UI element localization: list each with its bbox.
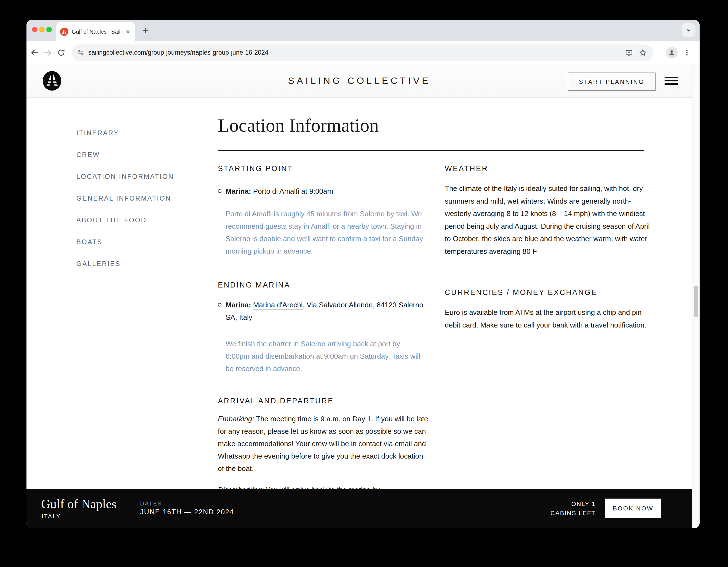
- tab-title: Gulf of Naples | Sailing Collec: [72, 29, 125, 35]
- new-tab-button[interactable]: [140, 25, 151, 36]
- marina-time: at 9:00am: [299, 187, 333, 195]
- arrival-departure-heading: ARRIVAL AND DEPARTURE: [218, 397, 429, 405]
- hamburger-menu-icon[interactable]: [665, 77, 678, 85]
- tab-strip: Gulf of Naples | Sailing Collec: [26, 20, 700, 41]
- sidebar-item-general-information[interactable]: GENERAL INFORMATION: [76, 194, 174, 202]
- marina-label: Marina:: [226, 187, 251, 195]
- ending-marina-note: We finish the charter in Salerno arrivin…: [226, 338, 424, 375]
- page-title: Location Information: [218, 115, 652, 136]
- hamburger-bar: [665, 83, 678, 85]
- plus-icon: [141, 26, 150, 35]
- browser-window: Gulf of Naples | Sailing Collec: [26, 20, 700, 528]
- desktop: Gulf of Naples | Sailing Collec: [0, 0, 728, 567]
- sidebar-item-galleries[interactable]: GALLERIES: [76, 260, 174, 267]
- disembarking-label: Disembarking:: [218, 486, 264, 489]
- close-window-button[interactable]: [32, 27, 38, 32]
- arrow-left-icon: [30, 48, 39, 57]
- currencies-heading: CURRENCIES / MONEY EXCHANGE: [445, 288, 652, 297]
- sidebar-item-itinerary[interactable]: ITINERARY: [76, 129, 174, 137]
- back-button[interactable]: [29, 47, 40, 58]
- disembarking-paragraph-clipped: Disembarking: You will arrive back to th…: [218, 484, 429, 489]
- open-circle-bullet-icon: [218, 189, 221, 193]
- disembarking-text: You will arrive back to the marina by: [264, 486, 380, 489]
- star-icon: [639, 49, 647, 57]
- browser-tab[interactable]: Gulf of Naples | Sailing Collec: [56, 22, 135, 41]
- dates-value: JUNE 16TH — 22ND 2024: [140, 508, 234, 516]
- sidebar-item-crew[interactable]: CREW: [76, 151, 174, 159]
- tab-search-button[interactable]: [682, 23, 695, 37]
- dates-label: DATES: [140, 501, 162, 507]
- trip-location: ITALY: [42, 513, 61, 520]
- minimize-window-button[interactable]: [39, 27, 45, 32]
- embarking-label: Embarking:: [218, 415, 254, 423]
- address-bar[interactable]: sailingcollective.com/group-journeys/nap…: [72, 44, 653, 61]
- browser-menu-button[interactable]: [681, 47, 692, 58]
- install-icon: [625, 49, 633, 57]
- sidebar-item-about-the-food[interactable]: ABOUT THE FOOD: [76, 216, 174, 224]
- scrollbar-track[interactable]: [692, 64, 700, 528]
- site-settings-icon[interactable]: [77, 49, 84, 56]
- starting-point-heading: STARTING POINT: [218, 164, 429, 173]
- bookmark-button[interactable]: [638, 48, 648, 58]
- ending-marina-link[interactable]: Marina d'Arechi: [253, 301, 303, 310]
- starting-marina-link[interactable]: Porto di Amalfi: [253, 187, 299, 196]
- brand-wordmark[interactable]: SAILING COLLECTIVE: [288, 75, 430, 86]
- left-column: STARTING POINT Marina: Porto di Amalfi a…: [218, 164, 429, 489]
- web-page: SAILING COLLECTIVE START PLANNING ITINER…: [26, 64, 692, 528]
- embarking-text: The meeting time is 9 a.m. on Day 1. If …: [218, 415, 428, 473]
- tab-close-icon[interactable]: [125, 28, 131, 35]
- site-header: SAILING COLLECTIVE START PLANNING: [26, 64, 692, 98]
- install-app-button[interactable]: [624, 48, 634, 58]
- open-circle-bullet-icon: [218, 303, 221, 307]
- browser-toolbar: sailingcollective.com/group-journeys/nap…: [26, 41, 700, 64]
- title-divider: [218, 150, 644, 151]
- marina-label: Marina:: [226, 301, 251, 309]
- weather-heading: WEATHER: [445, 164, 652, 173]
- sailing-collective-logo-icon[interactable]: [43, 71, 61, 91]
- book-now-button[interactable]: BOOK NOW: [605, 499, 661, 518]
- currencies-paragraph: Euro is available from ATMs at the airpo…: [445, 306, 652, 332]
- ending-marina-heading: ENDING MARINA: [218, 281, 429, 289]
- reload-button[interactable]: [56, 47, 67, 58]
- kebab-menu-icon: [683, 49, 690, 56]
- start-planning-button[interactable]: START PLANNING: [568, 73, 655, 91]
- section-nav: ITINERARY CREW LOCATION INFORMATION GENE…: [76, 129, 174, 282]
- right-column: WEATHER The climate of the Italy is idea…: [445, 164, 652, 489]
- scrollbar-thumb[interactable]: [694, 286, 698, 317]
- trip-title: Gulf of Naples: [41, 497, 116, 511]
- weather-paragraph: The climate of the Italy is ideally suit…: [445, 182, 652, 258]
- cabins-left-line1: ONLY 1: [550, 499, 596, 509]
- hamburger-bar: [665, 77, 678, 78]
- starting-point-note: Porto di Amalfi is roughly 45 minutes fr…: [226, 208, 424, 257]
- reload-icon: [57, 48, 66, 57]
- cabins-left-line2: CABINS LEFT: [550, 509, 596, 518]
- starting-marina-item: Marina: Porto di Amalfi at 9:00am: [218, 185, 429, 197]
- main-article: Location Information STARTING POINT Mari…: [218, 115, 652, 489]
- url-text[interactable]: sailingcollective.com/group-journeys/nap…: [88, 49, 620, 56]
- sidebar-item-location-information[interactable]: LOCATION INFORMATION: [76, 173, 174, 180]
- person-icon: [668, 49, 676, 57]
- sidebar-item-boats[interactable]: BOATS: [76, 238, 174, 246]
- maximize-window-button[interactable]: [46, 27, 52, 32]
- page-content: ITINERARY CREW LOCATION INFORMATION GENE…: [26, 98, 692, 489]
- hamburger-bar: [665, 80, 678, 81]
- arrow-right-icon: [44, 48, 52, 57]
- favicon-sail-icon: [60, 28, 68, 36]
- booking-footer: Gulf of Naples ITALY DATES JUNE 16TH — 2…: [26, 489, 692, 528]
- chevron-down-icon: [685, 26, 692, 34]
- embarking-paragraph: Embarking: The meeting time is 9 a.m. on…: [218, 413, 429, 475]
- cabins-left-badge: ONLY 1 CABINS LEFT: [550, 499, 596, 518]
- forward-button[interactable]: [42, 47, 53, 58]
- profile-button[interactable]: [666, 47, 678, 58]
- ending-marina-item: Marina: Marina d'Arechi, Via Salvador Al…: [218, 299, 429, 324]
